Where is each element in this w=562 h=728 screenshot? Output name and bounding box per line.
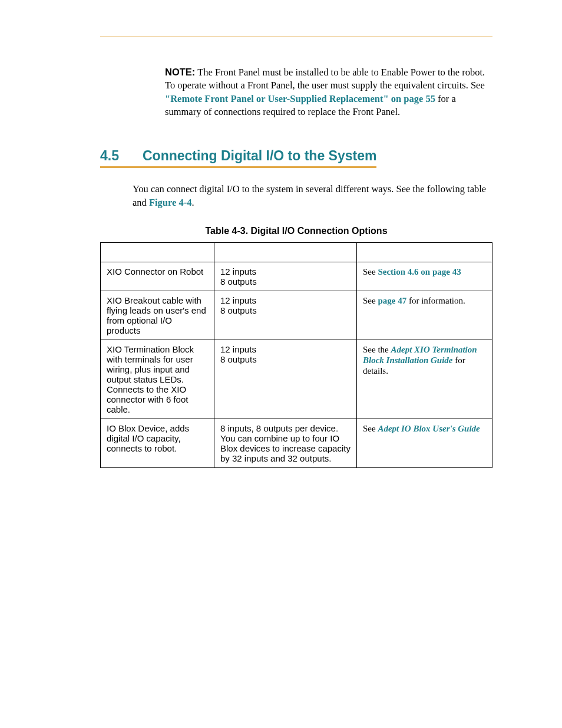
section-heading: 4.5Connecting Digital I/O to the System	[100, 148, 492, 172]
link-io-blox-guide[interactable]: Adept IO Blox User's Guide	[378, 424, 480, 433]
ref-pre: See	[363, 267, 378, 276]
option-reference: See the Adept XIO Termination Block Inst…	[357, 340, 492, 419]
note-label: NOTE:	[165, 67, 195, 77]
section-title: Connecting Digital I/O to the System	[143, 148, 376, 163]
intro-post: .	[192, 197, 194, 208]
note-block: NOTE: The Front Panel must be installed …	[165, 65, 492, 118]
table-header-row	[101, 243, 492, 262]
link-page-47[interactable]: page 47	[378, 296, 406, 305]
option-name: IO Blox Device, adds digital I/O capacit…	[101, 419, 214, 468]
table-row: XIO Connector on Robot 12 inputs 8 outpu…	[101, 262, 492, 291]
table-header-cell	[101, 243, 214, 262]
option-reference: See Adept IO Blox User's Guide	[357, 419, 492, 468]
ref-post: for information.	[406, 296, 465, 305]
option-name: XIO Connector on Robot	[101, 262, 214, 291]
ref-pre: See	[363, 296, 378, 305]
table-caption: Table 4-3. Digital I/O Connection Option…	[100, 226, 492, 236]
section-number: 4.5	[100, 148, 143, 164]
option-name: XIO Termination Block with terminals for…	[101, 340, 214, 419]
table-header-cell	[357, 243, 492, 262]
table-header-cell	[214, 243, 357, 262]
io-options-table: XIO Connector on Robot 12 inputs 8 outpu…	[100, 242, 492, 468]
table-row: IO Blox Device, adds digital I/O capacit…	[101, 419, 492, 468]
option-capacity: 12 inputs 8 outputs	[214, 262, 357, 291]
option-capacity: 8 inputs, 8 outputs per device. You can …	[214, 419, 357, 468]
option-capacity: 12 inputs 8 outputs	[214, 291, 357, 340]
link-remote-front-panel[interactable]: "Remote Front Panel or User-Supplied Rep…	[165, 93, 435, 104]
link-section-4-6[interactable]: Section 4.6 on page 43	[378, 267, 461, 276]
option-capacity: 12 inputs 8 outputs	[214, 340, 357, 419]
page-content: NOTE: The Front Panel must be installed …	[0, 0, 562, 503]
ref-pre: See the	[363, 345, 391, 354]
note-text-pre: The Front Panel must be installed to be …	[165, 67, 485, 91]
intro-paragraph: You can connect digital I/O to the syste…	[133, 182, 492, 209]
top-divider	[100, 37, 492, 37]
option-reference: See Section 4.6 on page 43	[357, 262, 492, 291]
link-figure-4-4[interactable]: Figure 4-4	[149, 197, 192, 208]
table-row: XIO Breakout cable with flying leads on …	[101, 291, 492, 340]
table-row: XIO Termination Block with terminals for…	[101, 340, 492, 419]
option-name: XIO Breakout cable with flying leads on …	[101, 291, 214, 340]
ref-pre: See	[363, 424, 378, 433]
option-reference: See page 47 for information.	[357, 291, 492, 340]
